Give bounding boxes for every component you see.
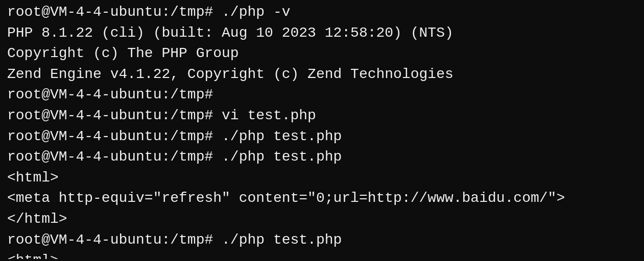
terminal-line-11: </html> xyxy=(7,209,637,230)
terminal-line-12: root@VM-4-4-ubuntu:/tmp# ./php test.php xyxy=(7,230,637,251)
terminal-line-2: PHP 8.1.22 (cli) (built: Aug 10 2023 12:… xyxy=(7,23,637,44)
terminal-line-7: root@VM-4-4-ubuntu:/tmp# ./php test.php xyxy=(7,126,637,147)
terminal-line-9: <html> xyxy=(7,168,637,189)
terminal-line-13: <html> xyxy=(7,250,637,259)
terminal: root@VM-4-4-ubuntu:/tmp# ./php -vPHP 8.1… xyxy=(7,2,637,259)
terminal-line-10: <meta http-equiv="refresh" content="0;ur… xyxy=(7,188,637,209)
terminal-line-3: Copyright (c) The PHP Group xyxy=(7,43,637,64)
terminal-line-5: root@VM-4-4-ubuntu:/tmp# xyxy=(7,85,637,106)
terminal-line-6: root@VM-4-4-ubuntu:/tmp# vi test.php xyxy=(7,106,637,126)
terminal-line-4: Zend Engine v4.1.22, Copyright (c) Zend … xyxy=(7,64,637,85)
terminal-line-8: root@VM-4-4-ubuntu:/tmp# ./php test.php xyxy=(7,147,637,168)
terminal-line-1: root@VM-4-4-ubuntu:/tmp# ./php -v xyxy=(7,2,637,23)
